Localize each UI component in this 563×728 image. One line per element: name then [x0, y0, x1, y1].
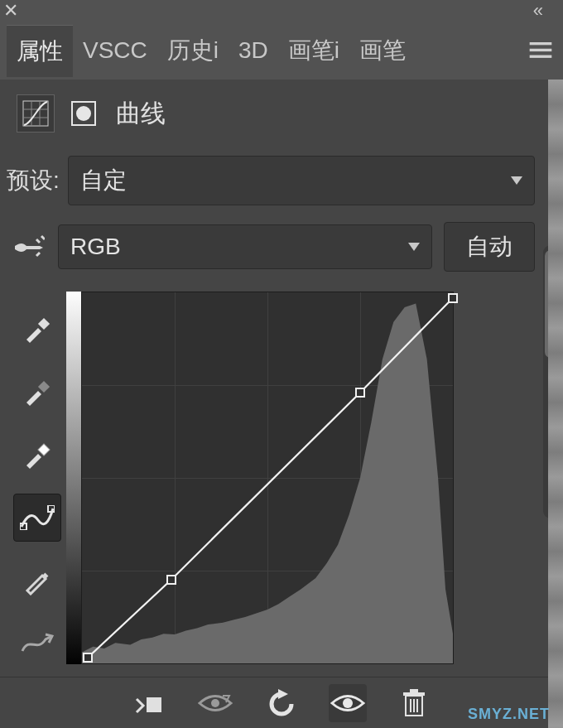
tab-3d[interactable]: 3D: [229, 27, 278, 74]
svg-rect-2: [530, 55, 552, 58]
tab-brushes[interactable]: 画笔: [349, 25, 416, 76]
svg-line-9: [36, 253, 40, 256]
preset-value: 自定: [80, 165, 127, 196]
targeted-adjustment-icon[interactable]: [10, 229, 46, 264]
svg-point-22: [211, 699, 219, 707]
clip-to-layer-icon[interactable]: [130, 684, 168, 722]
eyedropper-black-icon[interactable]: [13, 305, 61, 353]
svg-rect-1: [530, 49, 552, 51]
svg-rect-21: [147, 697, 161, 712]
panel-tabs: 属性 VSCC 历史i 3D 画笔i 画笔: [0, 22, 563, 80]
eyedropper-white-icon[interactable]: [13, 431, 61, 479]
svg-line-10: [41, 236, 45, 239]
adjustment-bottom-bar: [0, 677, 563, 728]
curve-point[interactable]: [355, 388, 365, 398]
chevron-down-icon: [408, 243, 420, 251]
svg-rect-0: [530, 42, 552, 45]
visibility-icon[interactable]: [329, 684, 367, 722]
svg-rect-13: [38, 444, 50, 456]
svg-rect-30: [410, 689, 418, 692]
svg-point-24: [343, 698, 353, 708]
svg-rect-11: [38, 318, 50, 330]
collapse-arrows-icon[interactable]: «: [533, 0, 538, 22]
curve-point[interactable]: [448, 293, 458, 303]
topbar: «: [0, 0, 563, 22]
curve-line: [82, 292, 453, 663]
svg-line-8: [36, 239, 40, 243]
auto-button[interactable]: 自动: [444, 222, 535, 272]
properties-panel: 曲线 预设: 自定 RGB 自动: [0, 80, 563, 728]
layer-mask-icon[interactable]: [65, 94, 103, 133]
document-edge-sliver: [548, 80, 563, 728]
svg-rect-29: [403, 692, 425, 696]
chevron-down-icon: [511, 176, 522, 185]
curve-point[interactable]: [166, 575, 176, 585]
curve-canvas[interactable]: [81, 292, 454, 664]
tab-history[interactable]: 历史i: [157, 25, 229, 76]
vertical-gradient: [66, 292, 81, 664]
reset-icon[interactable]: [262, 684, 301, 722]
tab-brush-settings[interactable]: 画笔i: [278, 25, 349, 76]
preset-label: 预设:: [7, 165, 60, 196]
tab-properties[interactable]: 属性: [7, 25, 73, 77]
channel-value: RGB: [70, 234, 121, 260]
panel-menu-icon[interactable]: [522, 31, 560, 70]
curve-point[interactable]: [83, 653, 93, 663]
toggle-preview-icon[interactable]: [196, 684, 234, 722]
curve-edit-icon[interactable]: [13, 494, 61, 542]
svg-rect-12: [38, 381, 50, 393]
svg-marker-23: [278, 689, 288, 699]
channel-select[interactable]: RGB: [58, 224, 432, 269]
trash-icon[interactable]: [395, 684, 433, 722]
curves-adjustment-icon[interactable]: [17, 94, 55, 133]
pencil-icon[interactable]: [13, 557, 61, 605]
preset-select[interactable]: 自定: [68, 156, 535, 205]
curve-side-tools: [8, 287, 66, 728]
smooth-icon[interactable]: [13, 620, 61, 668]
tab-vsco[interactable]: VSCC: [73, 27, 157, 74]
eyedropper-gray-icon[interactable]: [13, 368, 61, 416]
close-panel-icon[interactable]: ✕: [3, 0, 18, 22]
panel-title: 曲线: [116, 97, 166, 131]
